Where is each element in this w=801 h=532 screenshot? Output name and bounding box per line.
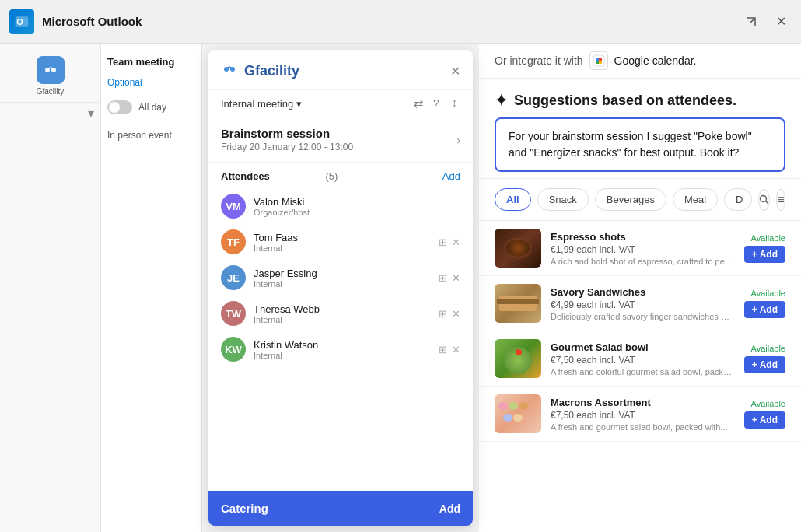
- attendee-role: Internal: [254, 351, 431, 360]
- avatar: JE: [221, 265, 246, 290]
- avatar: VM: [221, 194, 246, 219]
- outlook-titlebar: O Microsoft Outlook ✕: [0, 0, 801, 44]
- svg-rect-9: [596, 61, 599, 64]
- svg-text:O: O: [16, 17, 23, 26]
- meeting-type-select[interactable]: Internal meeting ▾: [221, 98, 302, 110]
- calendar-event-sidebar: Team meeting Optional All day In person …: [101, 44, 202, 532]
- filter-tab-d[interactable]: D: [724, 188, 752, 211]
- filter-search-icon[interactable]: [758, 189, 770, 211]
- attendee-item: JE Jasper Essing Internal ⊞ ✕: [208, 260, 473, 296]
- food-description: A fresh and gourmet salad bowl, packed w…: [551, 422, 735, 432]
- inperson-label: In person event: [107, 130, 195, 141]
- filter-tab-snack[interactable]: Snack: [537, 188, 589, 211]
- available-badge: Available: [751, 233, 785, 243]
- gfacility-panel: Gfacility ✕ Internal meeting ▾ ⇄ ? ↔ Bra…: [208, 50, 473, 526]
- suggestions-title-text: Suggestions based on attendees.: [514, 93, 736, 109]
- food-price: €7,50 each incl. VAT: [551, 355, 735, 366]
- add-food-button[interactable]: + Add: [744, 356, 785, 373]
- food-actions: Available + Add: [744, 399, 785, 429]
- attendees-header: Attendees (5) Add: [208, 163, 473, 188]
- google-calendar-icon: [589, 51, 608, 70]
- gfacility-tab-label: Gfacility: [37, 87, 65, 96]
- gfacility-panel-name: Gfacility: [244, 63, 444, 79]
- food-description: A rich and bold shot of espresso, crafte…: [551, 257, 735, 266]
- attendee-name: Valon Miski: [254, 196, 460, 208]
- settings-icon[interactable]: ↔: [448, 98, 462, 110]
- help-icon[interactable]: ?: [433, 96, 439, 110]
- filter-tab-beverages[interactable]: Beverages: [595, 188, 666, 211]
- team-meeting-title: Team meeting: [107, 56, 195, 68]
- meeting-title: Brainstorm session: [221, 127, 456, 140]
- attendee-edit-icon[interactable]: ⊞: [439, 344, 447, 355]
- sidebar-chevron-icon[interactable]: ▾: [88, 106, 94, 121]
- add-food-button[interactable]: + Add: [744, 246, 785, 263]
- attendee-role: Organizer/host: [254, 208, 460, 217]
- add-attendee-button[interactable]: Add: [442, 170, 460, 182]
- food-details: Macrons Assortment €7,50 each incl. VAT …: [551, 397, 735, 432]
- allday-toggle[interactable]: [107, 100, 132, 114]
- attendee-actions: ⊞ ✕: [439, 344, 460, 355]
- suggestion-box: For your brainstorm session I suggest "P…: [495, 117, 785, 172]
- avatar: TW: [221, 301, 246, 326]
- attendee-actions: ⊞ ✕: [439, 236, 460, 248]
- svg-rect-8: [599, 58, 602, 61]
- filter-tab-all[interactable]: All: [495, 188, 531, 211]
- food-item: Macrons Assortment €7,50 each incl. VAT …: [479, 387, 801, 442]
- catering-footer[interactable]: Catering Add: [208, 491, 473, 526]
- food-description: Deliciously crafted savory finger sandwi…: [551, 312, 735, 321]
- attendee-role: Internal: [254, 315, 431, 324]
- outlook-sidebar: Gfacility ▾: [0, 44, 101, 532]
- translate-icon[interactable]: ⇄: [414, 96, 424, 110]
- meeting-info-row[interactable]: Brainstorm session Friday 20 January 12:…: [208, 117, 473, 163]
- catering-add-button[interactable]: Add: [439, 502, 460, 515]
- google-calendar-link[interactable]: Google calendar.: [614, 54, 697, 67]
- avatar: KW: [221, 337, 246, 362]
- gfacility-close-button[interactable]: ✕: [450, 64, 460, 79]
- open-external-icon[interactable]: [740, 11, 762, 33]
- meeting-type-chevron-icon: ▾: [296, 98, 302, 110]
- attendee-info: Jasper Essing Internal: [254, 268, 431, 289]
- attendee-edit-icon[interactable]: ⊞: [439, 308, 447, 320]
- suggestions-section: ✦ Suggestions based on attendees. For yo…: [479, 79, 801, 179]
- meeting-type-icons: ⇄ ? ↔: [414, 96, 460, 110]
- filter-options-icon[interactable]: ≡: [776, 189, 785, 211]
- gfacility-tab[interactable]: Gfacility: [0, 50, 100, 103]
- attendees-title: Attendees: [221, 170, 325, 182]
- add-food-button[interactable]: + Add: [744, 301, 785, 318]
- attendee-role: Internal: [254, 243, 431, 253]
- attendee-list: VM Valon Miski Organizer/host TF Tom Faa…: [208, 188, 473, 491]
- close-button[interactable]: ✕: [770, 11, 792, 33]
- attendee-actions: ⊞ ✕: [439, 272, 460, 284]
- attendee-remove-icon[interactable]: ✕: [452, 344, 460, 355]
- meeting-type-bar: Internal meeting ▾ ⇄ ? ↔: [208, 90, 473, 117]
- meeting-info-text: Brainstorm session Friday 20 January 12:…: [221, 127, 456, 152]
- integration-text: Or integrate it with: [495, 54, 583, 67]
- attendee-edit-icon[interactable]: ⊞: [439, 236, 447, 248]
- svg-rect-10: [599, 61, 602, 64]
- food-item: Espresso shots €1,99 each incl. VAT A ri…: [479, 221, 801, 276]
- food-item: Gourmet Salad bowl €7,50 each incl. VAT …: [479, 331, 801, 387]
- attendee-name: Kristin Watson: [254, 339, 431, 351]
- food-price: €4,99 each incl. VAT: [551, 299, 735, 310]
- allday-label: All day: [138, 102, 166, 113]
- food-name: Gourmet Salad bowl: [551, 341, 735, 353]
- attendee-remove-icon[interactable]: ✕: [452, 308, 460, 320]
- attendee-info: Kristin Watson Internal: [254, 339, 431, 360]
- food-image: [495, 394, 541, 433]
- attendee-name: Tom Faas: [254, 232, 431, 243]
- attendee-name: Theresa Webb: [254, 303, 431, 315]
- catering-label: Catering: [221, 502, 268, 515]
- available-badge: Available: [751, 289, 785, 298]
- food-item: Savory Sandwiches €4,99 each incl. VAT D…: [479, 276, 801, 331]
- meeting-info-chevron-icon: ›: [456, 134, 460, 146]
- attendee-edit-icon[interactable]: ⊞: [439, 272, 447, 284]
- food-details: Gourmet Salad bowl €7,50 each incl. VAT …: [551, 341, 735, 376]
- add-food-button[interactable]: + Add: [744, 411, 785, 429]
- food-list: Espresso shots €1,99 each incl. VAT A ri…: [479, 221, 801, 532]
- food-actions: Available + Add: [744, 233, 785, 263]
- attendee-name: Jasper Essing: [254, 268, 431, 279]
- filter-tab-meal[interactable]: Meal: [673, 188, 718, 211]
- food-image: [495, 229, 541, 268]
- attendee-remove-icon[interactable]: ✕: [452, 272, 460, 284]
- attendee-remove-icon[interactable]: ✕: [452, 236, 460, 248]
